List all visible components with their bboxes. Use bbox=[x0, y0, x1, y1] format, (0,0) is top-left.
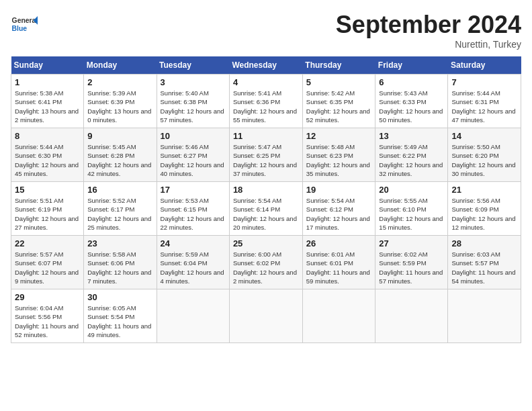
day-info: Sunrise: 5:38 AMSunset: 6:41 PMDaylight:… bbox=[15, 89, 79, 124]
calendar-cell: 4 Sunrise: 5:41 AMSunset: 6:36 PMDayligh… bbox=[229, 75, 302, 128]
day-info: Sunrise: 6:02 AMSunset: 5:59 PMDaylight:… bbox=[379, 250, 443, 285]
day-info: Sunrise: 5:41 AMSunset: 6:36 PMDaylight:… bbox=[233, 89, 297, 124]
day-number: 11 bbox=[233, 131, 299, 141]
calendar-cell: 13 Sunrise: 5:49 AMSunset: 6:22 PMDaylig… bbox=[375, 128, 448, 182]
weekday-header-wednesday: Wednesday bbox=[229, 56, 302, 75]
calendar-cell: 1 Sunrise: 5:38 AMSunset: 6:41 PMDayligh… bbox=[11, 75, 84, 128]
day-number: 17 bbox=[161, 185, 226, 195]
calendar-cell bbox=[302, 289, 375, 343]
calendar-cell: 6 Sunrise: 5:43 AMSunset: 6:33 PMDayligh… bbox=[375, 75, 448, 128]
weekday-header-friday: Friday bbox=[375, 56, 448, 75]
calendar-cell: 29 Sunrise: 6:04 AMSunset: 5:56 PMDaylig… bbox=[11, 289, 84, 343]
calendar-cell: 24 Sunrise: 5:59 AMSunset: 6:04 PMDaylig… bbox=[157, 236, 229, 289]
day-number: 2 bbox=[87, 77, 152, 87]
calendar-cell: 15 Sunrise: 5:51 AMSunset: 6:19 PMDaylig… bbox=[11, 182, 84, 236]
day-number: 20 bbox=[379, 185, 444, 195]
calendar-week-5: 29 Sunrise: 6:04 AMSunset: 5:56 PMDaylig… bbox=[11, 289, 521, 343]
calendar-cell bbox=[375, 289, 448, 343]
day-number: 27 bbox=[379, 238, 444, 248]
weekday-header-tuesday: Tuesday bbox=[157, 56, 229, 75]
calendar-cell: 2 Sunrise: 5:39 AMSunset: 6:39 PMDayligh… bbox=[84, 75, 157, 128]
day-number: 22 bbox=[15, 238, 80, 248]
day-info: Sunrise: 5:45 AMSunset: 6:28 PMDaylight:… bbox=[87, 143, 151, 177]
page-header: General Blue September 2024 Nurettin, Tu… bbox=[11, 11, 521, 50]
day-info: Sunrise: 5:49 AMSunset: 6:22 PMDaylight:… bbox=[379, 143, 443, 177]
day-info: Sunrise: 5:56 AMSunset: 6:09 PMDaylight:… bbox=[451, 197, 515, 231]
day-info: Sunrise: 5:48 AMSunset: 6:23 PMDaylight:… bbox=[306, 143, 370, 177]
title-block: September 2024 Nurettin, Turkey bbox=[336, 11, 521, 50]
day-number: 25 bbox=[233, 238, 299, 248]
month-title: September 2024 bbox=[336, 11, 521, 39]
day-info: Sunrise: 5:40 AMSunset: 6:38 PMDaylight:… bbox=[161, 89, 224, 124]
day-info: Sunrise: 5:47 AMSunset: 6:25 PMDaylight:… bbox=[233, 143, 297, 177]
calendar-cell bbox=[157, 289, 229, 343]
day-info: Sunrise: 6:04 AMSunset: 5:56 PMDaylight:… bbox=[15, 304, 79, 338]
day-number: 4 bbox=[233, 77, 299, 87]
day-info: Sunrise: 5:53 AMSunset: 6:15 PMDaylight:… bbox=[161, 197, 224, 231]
calendar-cell: 27 Sunrise: 6:02 AMSunset: 5:59 PMDaylig… bbox=[375, 236, 448, 289]
logo: General Blue bbox=[11, 11, 40, 38]
day-number: 5 bbox=[306, 77, 372, 87]
day-info: Sunrise: 5:44 AMSunset: 6:30 PMDaylight:… bbox=[15, 143, 79, 177]
day-info: Sunrise: 5:59 AMSunset: 6:04 PMDaylight:… bbox=[161, 250, 224, 285]
day-number: 24 bbox=[161, 238, 226, 248]
weekday-header-monday: Monday bbox=[84, 56, 157, 75]
calendar-cell: 10 Sunrise: 5:46 AMSunset: 6:27 PMDaylig… bbox=[157, 128, 229, 182]
day-number: 7 bbox=[451, 77, 517, 87]
day-number: 30 bbox=[87, 292, 152, 302]
calendar-week-2: 8 Sunrise: 5:44 AMSunset: 6:30 PMDayligh… bbox=[11, 128, 521, 182]
day-info: Sunrise: 6:01 AMSunset: 6:01 PMDaylight:… bbox=[306, 250, 370, 285]
day-number: 29 bbox=[15, 292, 80, 302]
calendar-cell: 18 Sunrise: 5:54 AMSunset: 6:14 PMDaylig… bbox=[229, 182, 302, 236]
day-number: 9 bbox=[87, 131, 152, 141]
calendar-cell: 21 Sunrise: 5:56 AMSunset: 6:09 PMDaylig… bbox=[448, 182, 521, 236]
day-info: Sunrise: 5:43 AMSunset: 6:33 PMDaylight:… bbox=[379, 89, 443, 124]
weekday-header-saturday: Saturday bbox=[448, 56, 521, 75]
calendar-cell: 12 Sunrise: 5:48 AMSunset: 6:23 PMDaylig… bbox=[302, 128, 375, 182]
day-number: 28 bbox=[451, 238, 517, 248]
weekday-header-sunday: Sunday bbox=[11, 56, 84, 75]
calendar-week-1: 1 Sunrise: 5:38 AMSunset: 6:41 PMDayligh… bbox=[11, 75, 521, 128]
calendar-cell bbox=[229, 289, 302, 343]
calendar-cell bbox=[448, 289, 521, 343]
day-number: 21 bbox=[451, 185, 517, 195]
day-info: Sunrise: 6:05 AMSunset: 5:54 PMDaylight:… bbox=[87, 304, 151, 338]
day-info: Sunrise: 6:03 AMSunset: 5:57 PMDaylight:… bbox=[451, 250, 515, 285]
day-number: 16 bbox=[87, 185, 152, 195]
day-info: Sunrise: 5:50 AMSunset: 6:20 PMDaylight:… bbox=[451, 143, 515, 177]
day-number: 6 bbox=[379, 77, 444, 87]
day-info: Sunrise: 5:54 AMSunset: 6:12 PMDaylight:… bbox=[306, 197, 370, 231]
day-number: 23 bbox=[87, 238, 152, 248]
day-number: 1 bbox=[15, 77, 80, 87]
calendar-cell: 19 Sunrise: 5:54 AMSunset: 6:12 PMDaylig… bbox=[302, 182, 375, 236]
calendar-cell: 8 Sunrise: 5:44 AMSunset: 6:30 PMDayligh… bbox=[11, 128, 84, 182]
calendar-cell: 14 Sunrise: 5:50 AMSunset: 6:20 PMDaylig… bbox=[448, 128, 521, 182]
weekday-header-thursday: Thursday bbox=[302, 56, 375, 75]
calendar-cell: 3 Sunrise: 5:40 AMSunset: 6:38 PMDayligh… bbox=[157, 75, 229, 128]
calendar-cell: 17 Sunrise: 5:53 AMSunset: 6:15 PMDaylig… bbox=[157, 182, 229, 236]
day-info: Sunrise: 6:00 AMSunset: 6:02 PMDaylight:… bbox=[233, 250, 297, 285]
calendar-cell: 28 Sunrise: 6:03 AMSunset: 5:57 PMDaylig… bbox=[448, 236, 521, 289]
calendar-cell: 22 Sunrise: 5:57 AMSunset: 6:07 PMDaylig… bbox=[11, 236, 84, 289]
calendar-cell: 11 Sunrise: 5:47 AMSunset: 6:25 PMDaylig… bbox=[229, 128, 302, 182]
day-number: 26 bbox=[306, 238, 372, 248]
day-number: 14 bbox=[451, 131, 517, 141]
day-number: 18 bbox=[233, 185, 299, 195]
day-number: 3 bbox=[161, 77, 226, 87]
day-info: Sunrise: 5:44 AMSunset: 6:31 PMDaylight:… bbox=[451, 89, 515, 124]
calendar-cell: 7 Sunrise: 5:44 AMSunset: 6:31 PMDayligh… bbox=[448, 75, 521, 128]
day-info: Sunrise: 5:52 AMSunset: 6:17 PMDaylight:… bbox=[87, 197, 151, 231]
day-number: 19 bbox=[306, 185, 372, 195]
svg-text:Blue: Blue bbox=[12, 25, 28, 32]
calendar-week-4: 22 Sunrise: 5:57 AMSunset: 6:07 PMDaylig… bbox=[11, 236, 521, 289]
calendar-cell: 23 Sunrise: 5:58 AMSunset: 6:06 PMDaylig… bbox=[84, 236, 157, 289]
day-info: Sunrise: 5:57 AMSunset: 6:07 PMDaylight:… bbox=[15, 250, 79, 285]
calendar-cell: 20 Sunrise: 5:55 AMSunset: 6:10 PMDaylig… bbox=[375, 182, 448, 236]
day-info: Sunrise: 5:55 AMSunset: 6:10 PMDaylight:… bbox=[379, 197, 443, 231]
day-info: Sunrise: 5:39 AMSunset: 6:39 PMDaylight:… bbox=[87, 89, 151, 124]
calendar-table: SundayMondayTuesdayWednesdayThursdayFrid… bbox=[11, 56, 521, 343]
calendar-week-3: 15 Sunrise: 5:51 AMSunset: 6:19 PMDaylig… bbox=[11, 182, 521, 236]
calendar-cell: 5 Sunrise: 5:42 AMSunset: 6:35 PMDayligh… bbox=[302, 75, 375, 128]
day-info: Sunrise: 5:51 AMSunset: 6:19 PMDaylight:… bbox=[15, 197, 79, 231]
calendar-cell: 9 Sunrise: 5:45 AMSunset: 6:28 PMDayligh… bbox=[84, 128, 157, 182]
